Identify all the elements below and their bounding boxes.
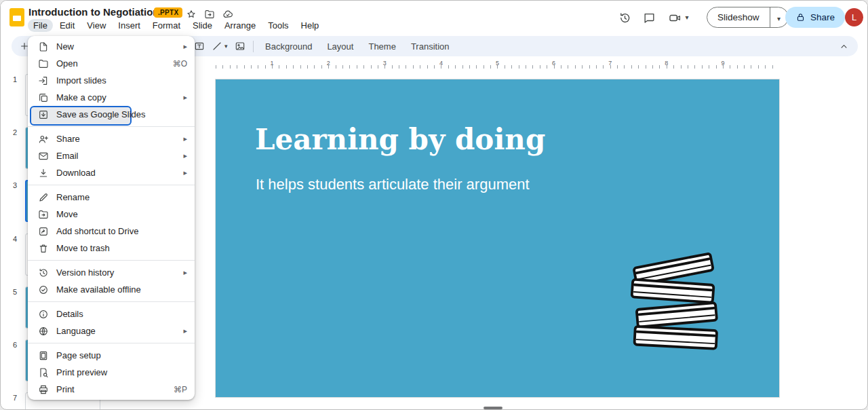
- slide-number: 3: [9, 181, 21, 189]
- slideshow-button-group: Slideshow ▾: [707, 7, 789, 28]
- toolbar-divider: [253, 41, 254, 52]
- menu-shortcut: ⌘O: [173, 59, 187, 69]
- comment-icon[interactable]: [641, 10, 657, 26]
- toolbar-theme-button[interactable]: Theme: [362, 39, 401, 54]
- menu-item-share[interactable]: Share▸: [28, 130, 195, 147]
- menu-item-save-as-google-slides[interactable]: Save as Google Slides: [28, 106, 195, 123]
- menu-item-label: Details: [56, 309, 83, 319]
- menu-item-print-preview[interactable]: Print preview: [28, 364, 195, 381]
- ruler-label: 8: [665, 60, 668, 67]
- slide-number: 6: [9, 341, 21, 349]
- file-menu: New▸Open⌘OImport slidesMake a copy▸Save …: [28, 36, 195, 400]
- save-icon: [38, 109, 49, 120]
- ruler-label: 5: [496, 60, 499, 67]
- line-tool-icon[interactable]: [211, 40, 223, 52]
- menu-item-details[interactable]: Details: [28, 305, 195, 322]
- menu-item-label: Import slides: [56, 75, 106, 86]
- slide-number: 2: [9, 128, 21, 136]
- books-image[interactable]: [619, 245, 736, 358]
- menu-item-make-available-offline[interactable]: Make available offline: [28, 281, 195, 298]
- menu-item-label: Rename: [56, 192, 90, 202]
- slide-subtitle-text[interactable]: It helps students articulate their argum…: [256, 176, 530, 193]
- menu-item-page-setup[interactable]: Page setup: [28, 347, 195, 364]
- submenu-arrow-icon: ▸: [183, 42, 187, 51]
- share-button[interactable]: Share: [785, 7, 845, 28]
- menu-file[interactable]: File: [28, 19, 53, 32]
- textbox-icon[interactable]: [193, 40, 205, 52]
- slide-number: 7: [9, 394, 21, 402]
- menu-item-label: Print preview: [56, 367, 107, 377]
- version-history-icon: [38, 267, 49, 278]
- menu-tools[interactable]: Tools: [262, 19, 294, 32]
- avatar[interactable]: L: [845, 8, 863, 26]
- slideshow-button[interactable]: Slideshow: [707, 12, 770, 22]
- ruler-label: 6: [552, 60, 555, 67]
- menu-item-label: Open: [56, 58, 78, 69]
- menu-item-label: Language: [56, 326, 96, 336]
- ruler-label: 2: [327, 60, 330, 67]
- slide-canvas[interactable]: Learning by doing It helps students arti…: [216, 79, 779, 397]
- submenu-arrow-icon: ▸: [183, 134, 187, 143]
- submenu-arrow-icon: ▸: [183, 268, 187, 277]
- slides-logo[interactable]: [9, 8, 24, 26]
- slide-number: 4: [9, 235, 21, 243]
- slide-number: 1: [9, 75, 21, 83]
- menu-arrange[interactable]: Arrange: [219, 19, 261, 32]
- menu-item-label: Make available offline: [56, 284, 141, 295]
- app-window: Introduction to Negotiation .PPTX FileEd…: [0, 0, 868, 410]
- import-slides-icon: [38, 75, 49, 86]
- toolbar-background-button[interactable]: Background: [259, 39, 318, 54]
- menu-item-version-history[interactable]: Version history▸: [28, 264, 195, 281]
- menu-item-rename[interactable]: Rename: [28, 189, 195, 206]
- menu-item-email[interactable]: Email▸: [28, 147, 195, 164]
- menu-slide[interactable]: Slide: [187, 19, 218, 32]
- menu-item-label: Save as Google Slides: [56, 109, 146, 119]
- menu-item-new[interactable]: New▸: [28, 38, 195, 55]
- video-call-icon[interactable]: [667, 10, 683, 26]
- pptx-badge: .PPTX: [154, 7, 182, 18]
- ruler-label: 1: [271, 60, 274, 67]
- ruler-label: 7: [608, 60, 612, 67]
- menu-item-label: Make a copy: [56, 92, 106, 102]
- line-tool-dropdown-icon[interactable]: ▾: [224, 43, 228, 50]
- menu-item-move[interactable]: Move: [28, 206, 195, 223]
- menu-item-add-shortcut-to-drive[interactable]: Add shortcut to Drive: [28, 223, 195, 240]
- menu-divider: [28, 185, 195, 185]
- menu-view[interactable]: View: [81, 19, 111, 32]
- doc-new-icon: [38, 41, 49, 52]
- menu-format[interactable]: Format: [147, 19, 186, 32]
- video-call-dropdown-icon[interactable]: ▾: [683, 10, 691, 26]
- menu-item-print[interactable]: Print⌘P: [28, 381, 195, 398]
- move-folder-icon: [38, 209, 49, 220]
- menu-insert[interactable]: Insert: [113, 19, 146, 32]
- submenu-arrow-icon: ▸: [183, 168, 187, 177]
- menu-item-label: Download: [56, 168, 96, 178]
- menu-item-label: New: [56, 41, 74, 52]
- horizontal-scrollbar[interactable]: [484, 407, 502, 409]
- copy-icon: [38, 92, 49, 103]
- menu-item-language[interactable]: Language▸: [28, 322, 195, 339]
- slide-title-text[interactable]: Learning by doing: [255, 123, 545, 156]
- insert-image-icon[interactable]: [234, 40, 246, 52]
- menu-item-make-a-copy[interactable]: Make a copy▸: [28, 89, 195, 106]
- email-icon: [38, 151, 49, 162]
- menu-item-download[interactable]: Download▸: [28, 164, 195, 181]
- toolbar-transition-button[interactable]: Transition: [405, 39, 456, 54]
- page-setup-icon: [38, 350, 49, 361]
- menu-item-label: Move: [56, 209, 78, 219]
- menu-item-move-to-trash[interactable]: Move to trash: [28, 240, 195, 257]
- menu-item-open[interactable]: Open⌘O: [28, 55, 195, 72]
- document-title[interactable]: Introduction to Negotiation: [28, 6, 159, 18]
- ruler-label: 3: [383, 60, 387, 67]
- menu-edit[interactable]: Edit: [54, 19, 80, 32]
- menu-item-import-slides[interactable]: Import slides: [28, 72, 195, 89]
- hide-menus-icon[interactable]: [837, 40, 850, 52]
- menu-help[interactable]: Help: [296, 19, 325, 32]
- drive-shortcut-icon: [38, 226, 49, 237]
- ruler: 123456789: [216, 60, 779, 69]
- toolbar-text-buttons: BackgroundLayoutThemeTransition: [250, 36, 456, 56]
- version-history-icon[interactable]: [616, 10, 633, 26]
- submenu-arrow-icon: ▸: [183, 327, 187, 335]
- menu-item-label: Page setup: [56, 350, 101, 360]
- toolbar-layout-button[interactable]: Layout: [321, 39, 359, 54]
